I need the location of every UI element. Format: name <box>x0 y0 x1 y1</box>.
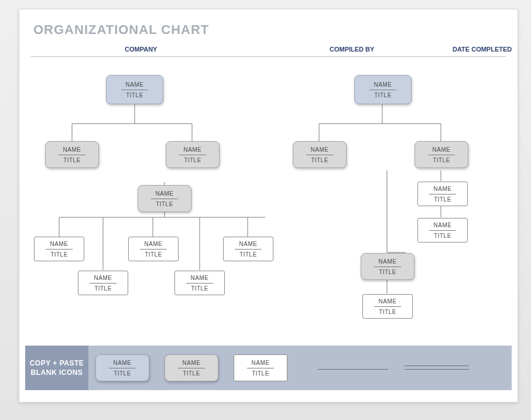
page: ORGANIZATIONAL CHART COMPANY COMPILED BY… <box>0 0 531 420</box>
node-title: TITLE <box>183 370 200 377</box>
node-title: TITLE <box>433 157 450 163</box>
node-name: NAME <box>94 275 112 281</box>
org-node[interactable]: NAMETITLE <box>361 253 414 280</box>
org-node[interactable]: NAMETITLE <box>417 218 468 243</box>
node-title: TITLE <box>156 201 173 207</box>
node-title: TITLE <box>145 251 162 258</box>
palette-divider-line <box>405 369 469 370</box>
page-title: ORGANIZATIONAL CHART <box>33 22 209 37</box>
node-name: NAME <box>191 275 209 281</box>
org-node[interactable]: NAMETITLE <box>138 185 191 212</box>
org-chart-canvas: NAMETITLE NAMETITLE NAMETITLE NAMETITLE … <box>19 62 518 325</box>
header-rule <box>31 56 506 57</box>
node-name: NAME <box>156 190 174 197</box>
node-name: NAME <box>114 360 132 366</box>
node-title: TITLE <box>311 157 328 163</box>
node-name: NAME <box>145 241 163 247</box>
org-node[interactable]: NAMETITLE <box>293 141 347 168</box>
node-title: TITLE <box>126 92 143 98</box>
org-node[interactable]: NAMETITLE <box>174 271 225 295</box>
node-title: TITLE <box>191 285 208 292</box>
node-name: NAME <box>311 146 329 153</box>
palette-divider-line <box>318 369 388 370</box>
node-name: NAME <box>379 258 397 265</box>
org-node[interactable]: NAMETITLE <box>414 141 468 168</box>
node-title: TITLE <box>379 309 396 315</box>
node-title: TITLE <box>114 370 131 377</box>
node-name: NAME <box>184 146 202 153</box>
node-name: NAME <box>433 146 451 153</box>
org-node[interactable]: NAMETITLE <box>128 237 179 261</box>
palette-node-white[interactable]: NAMETITLE <box>234 354 287 381</box>
node-title: TITLE <box>374 92 392 98</box>
org-node-root-right[interactable]: NAMETITLE <box>354 75 412 104</box>
node-name: NAME <box>374 81 392 88</box>
node-name: NAME <box>183 360 201 366</box>
node-title: TITLE <box>434 233 451 239</box>
document-sheet: ORGANIZATIONAL CHART COMPANY COMPILED BY… <box>19 9 518 402</box>
header-company: COMPANY <box>125 46 157 53</box>
node-title: TITLE <box>379 269 396 275</box>
org-node[interactable]: NAMETITLE <box>362 294 413 319</box>
palette-divider-line <box>405 366 469 366</box>
palette-footer: COPY + PASTE BLANK ICONS NAMETITLE NAMET… <box>25 346 512 390</box>
org-node[interactable]: NAMETITLE <box>223 237 273 261</box>
node-name: NAME <box>50 241 68 247</box>
header-compiled-by: COMPILED BY <box>330 46 374 53</box>
node-name: NAME <box>63 146 81 153</box>
node-name: NAME <box>126 81 144 88</box>
node-title: TITLE <box>434 196 451 203</box>
palette-label: COPY + PASTE BLANK ICONS <box>25 358 88 377</box>
node-name: NAME <box>252 360 270 366</box>
node-title: TITLE <box>63 157 81 163</box>
org-node[interactable]: NAMETITLE <box>417 182 468 206</box>
palette-label-line2: BLANK ICONS <box>25 368 88 377</box>
header-date-completed: DATE COMPLETED <box>453 46 512 53</box>
node-title: TITLE <box>94 285 112 292</box>
node-title: TITLE <box>50 251 68 258</box>
palette-bar: NAMETITLE NAMETITLE NAMETITLE <box>88 346 512 390</box>
org-node[interactable]: NAMETITLE <box>78 271 128 295</box>
org-node[interactable]: NAMETITLE <box>166 141 220 168</box>
org-node-root-left[interactable]: NAMETITLE <box>106 75 163 104</box>
node-title: TITLE <box>184 157 201 163</box>
palette-node-blue[interactable]: NAMETITLE <box>95 354 149 381</box>
palette-node-gray[interactable]: NAMETITLE <box>165 354 218 381</box>
node-name: NAME <box>434 186 452 192</box>
node-title: TITLE <box>239 251 257 258</box>
node-name: NAME <box>434 222 452 228</box>
org-node[interactable]: NAMETITLE <box>34 237 84 261</box>
org-node[interactable]: NAMETITLE <box>45 141 99 168</box>
palette-label-line1: COPY + PASTE <box>25 358 88 368</box>
node-name: NAME <box>239 241 258 247</box>
node-name: NAME <box>379 298 397 305</box>
node-title: TITLE <box>252 370 269 377</box>
